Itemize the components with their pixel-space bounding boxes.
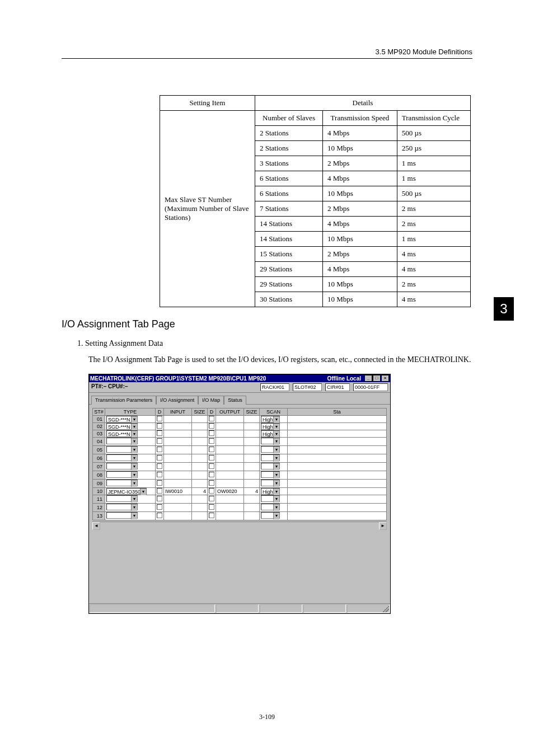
cell-input[interactable] <box>164 504 192 512</box>
grid-row[interactable]: 10JEPMC-IO350IW00104OW00204High <box>93 488 387 495</box>
cell-isize[interactable]: 4 <box>192 488 208 495</box>
cell-d1[interactable] <box>156 438 164 446</box>
cell-osize[interactable] <box>244 454 260 463</box>
cell-isize[interactable] <box>192 430 208 438</box>
cell-isize[interactable] <box>192 423 208 430</box>
col-type[interactable]: TYPE <box>105 408 156 416</box>
grid-row[interactable]: 13 <box>93 512 387 520</box>
cell-isize[interactable] <box>192 471 208 480</box>
cell-scan[interactable]: High <box>260 416 288 423</box>
col-output[interactable]: OUTPUT <box>216 408 244 416</box>
cell-d1[interactable] <box>156 430 164 438</box>
tab-status[interactable]: Status <box>224 396 246 405</box>
cell-type[interactable] <box>105 438 156 446</box>
cell-scan[interactable]: High <box>260 430 288 438</box>
cell-output[interactable] <box>216 446 244 454</box>
col-input[interactable]: INPUT <box>164 408 192 416</box>
tab-transmission-parameters[interactable]: Transmission Parameters <box>91 396 156 405</box>
cell-scan[interactable] <box>260 463 288 471</box>
cell-d1[interactable] <box>156 504 164 512</box>
cell-d1[interactable] <box>156 454 164 463</box>
col-isize[interactable]: SIZE <box>192 408 208 416</box>
cell-output[interactable] <box>216 423 244 430</box>
cell-output[interactable] <box>216 471 244 480</box>
cell-output[interactable] <box>216 430 244 438</box>
cell-output[interactable] <box>216 495 244 504</box>
maximize-icon[interactable]: □ <box>373 375 381 382</box>
grid-row[interactable]: 05 <box>93 446 387 454</box>
cell-d2[interactable] <box>208 430 216 438</box>
cell-isize[interactable] <box>192 438 208 446</box>
cell-d1[interactable] <box>156 471 164 480</box>
cell-output[interactable] <box>216 438 244 446</box>
window-titlebar[interactable]: MECHATROLINK(CERF) GROUP1\SYSTEM2 MP920B… <box>89 374 390 382</box>
grid-row[interactable]: 06 <box>93 454 387 463</box>
cell-isize[interactable] <box>192 416 208 423</box>
cell-type[interactable] <box>105 454 156 463</box>
scroll-left-icon[interactable]: ◄ <box>92 522 100 530</box>
cell-d1[interactable] <box>156 423 164 430</box>
cell-scan[interactable]: High <box>260 488 288 495</box>
cell-type[interactable]: SGD-***N <box>105 423 156 430</box>
cell-input[interactable] <box>164 423 192 430</box>
cell-d1[interactable] <box>156 463 164 471</box>
cell-output[interactable] <box>216 416 244 423</box>
cell-osize[interactable]: 4 <box>244 488 260 495</box>
cell-scan[interactable] <box>260 446 288 454</box>
cell-input[interactable] <box>164 512 192 520</box>
cell-input[interactable] <box>164 454 192 463</box>
cell-osize[interactable] <box>244 438 260 446</box>
cell-type[interactable]: SGD-***N <box>105 416 156 423</box>
cell-d2[interactable] <box>208 416 216 423</box>
cell-type[interactable]: JEPMC-IO350 <box>105 488 156 495</box>
rack-field[interactable] <box>260 383 289 391</box>
cell-input[interactable] <box>164 430 192 438</box>
cell-isize[interactable] <box>192 504 208 512</box>
addr-field[interactable] <box>353 383 388 391</box>
grid-row[interactable]: 07 <box>93 463 387 471</box>
grid-row[interactable]: 08 <box>93 471 387 480</box>
cell-type[interactable] <box>105 480 156 488</box>
grid-row[interactable]: 11 <box>93 495 387 504</box>
cell-type[interactable]: SGD-***N <box>105 430 156 438</box>
cell-d2[interactable] <box>208 512 216 520</box>
cell-d2[interactable] <box>208 423 216 430</box>
grid-row[interactable]: 01SGD-***NHigh <box>93 416 387 423</box>
cell-osize[interactable] <box>244 504 260 512</box>
cell-input[interactable] <box>164 471 192 480</box>
close-icon[interactable]: × <box>381 375 389 382</box>
tab-io-assignment[interactable]: I/O Assignment <box>156 396 198 405</box>
cell-d1[interactable] <box>156 488 164 495</box>
resize-grip-icon[interactable] <box>382 605 389 612</box>
cell-osize[interactable] <box>244 423 260 430</box>
cell-type[interactable] <box>105 504 156 512</box>
grid-row[interactable]: 03SGD-***NHigh <box>93 430 387 438</box>
cell-isize[interactable] <box>192 480 208 488</box>
cell-osize[interactable] <box>244 463 260 471</box>
cell-scan[interactable] <box>260 471 288 480</box>
cell-type[interactable] <box>105 471 156 480</box>
cell-d1[interactable] <box>156 416 164 423</box>
slot-field[interactable] <box>293 383 322 391</box>
grid-row[interactable]: 02SGD-***NHigh <box>93 423 387 430</box>
col-sta[interactable]: Sta <box>288 408 387 416</box>
cell-osize[interactable] <box>244 471 260 480</box>
horizontal-scrollbar[interactable]: ◄ ► <box>92 522 387 529</box>
cell-d1[interactable] <box>156 446 164 454</box>
minimize-icon[interactable]: _ <box>364 375 372 382</box>
tab-io-map[interactable]: I/O Map <box>198 396 224 405</box>
cell-d1[interactable] <box>156 480 164 488</box>
cell-scan[interactable] <box>260 495 288 504</box>
cell-osize[interactable] <box>244 446 260 454</box>
cell-input[interactable]: IW0010 <box>164 488 192 495</box>
io-grid[interactable]: ST# TYPE D INPUT SIZE D OUTPUT SIZE SCAN… <box>92 408 387 520</box>
cell-input[interactable] <box>164 480 192 488</box>
cell-scan[interactable] <box>260 438 288 446</box>
cell-type[interactable] <box>105 446 156 454</box>
cell-d2[interactable] <box>208 488 216 495</box>
cell-osize[interactable] <box>244 480 260 488</box>
cell-output[interactable] <box>216 454 244 463</box>
cell-isize[interactable] <box>192 512 208 520</box>
cell-output[interactable]: OW0020 <box>216 488 244 495</box>
cell-d2[interactable] <box>208 438 216 446</box>
